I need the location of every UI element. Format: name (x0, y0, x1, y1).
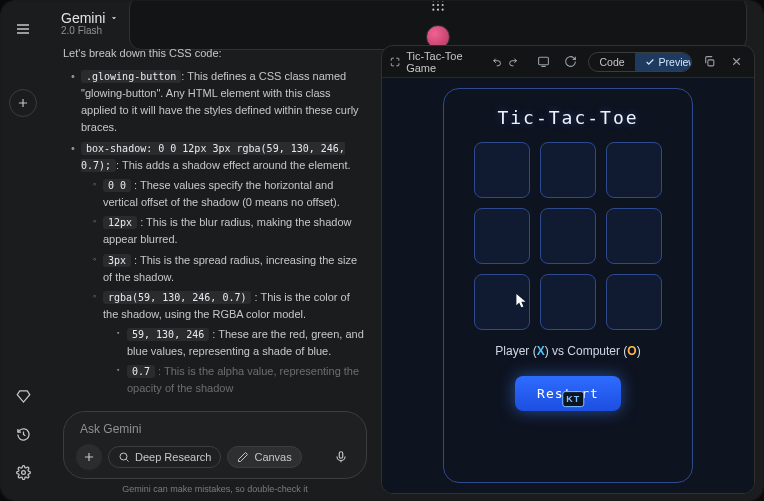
svg-point-0 (21, 470, 25, 474)
topbar: Gemini 2.0 Flash (45, 1, 763, 45)
board-cell[interactable] (606, 142, 662, 198)
board-cell[interactable] (540, 142, 596, 198)
mic-button[interactable] (328, 444, 354, 470)
list-item: 3px : This is the spread radius, increas… (93, 252, 367, 286)
list-item: 12px : This is the blur radius, making t… (93, 214, 367, 248)
check-icon (645, 57, 655, 67)
code-tab[interactable]: Code (589, 53, 634, 71)
chevron-down-icon (109, 13, 119, 23)
menu-icon[interactable] (9, 15, 37, 43)
board-cell[interactable] (540, 208, 596, 264)
board-cell[interactable] (540, 274, 596, 330)
list-item: 59, 130, 246 : These are the red, green,… (117, 326, 367, 360)
svg-point-5 (437, 4, 439, 6)
add-button[interactable] (76, 444, 102, 470)
copy-icon[interactable] (700, 51, 719, 73)
board-cell[interactable] (606, 208, 662, 264)
settings-icon[interactable] (9, 458, 37, 486)
board-cell[interactable] (606, 274, 662, 330)
svg-point-7 (432, 9, 434, 11)
svg-rect-11 (339, 452, 343, 458)
canvas-panel: Tic-Tac-Toe Game Code (381, 45, 755, 494)
svg-point-4 (432, 4, 434, 6)
collapse-icon[interactable] (390, 56, 400, 68)
redo-icon[interactable] (508, 56, 518, 68)
canvas-stage: Tic-Tac-Toe (382, 78, 754, 493)
svg-rect-13 (708, 60, 714, 66)
brand-selector[interactable]: Gemini (61, 10, 119, 26)
game-container: Tic-Tac-Toe (443, 88, 693, 483)
list-item: 0.7 : This is the alpha value, represent… (117, 363, 367, 397)
svg-point-6 (442, 4, 444, 6)
intro-text: Let's break down this CSS code: (63, 45, 367, 62)
input-bar: Ask Gemini Deep Research Canvas (63, 411, 367, 479)
game-board (474, 142, 662, 330)
share-icon[interactable] (534, 51, 553, 73)
canvas-toolbar: Tic-Tac-Toe Game Code (382, 46, 754, 78)
apps-icon[interactable] (430, 1, 446, 13)
board-cell[interactable] (474, 274, 530, 330)
list-item: rgba(59, 130, 246, 0.7) : This is the co… (93, 289, 367, 397)
response-content: Let's break down this CSS code: .glowing… (63, 45, 367, 405)
game-status: Player (X) vs Computer (O) (495, 344, 640, 358)
model-subtitle: 2.0 Flash (61, 25, 119, 36)
new-chat-button[interactable] (9, 89, 37, 117)
board-cell[interactable] (474, 208, 530, 264)
close-icon[interactable] (727, 51, 746, 73)
disclaimer: Gemini can make mistakes, so double-chec… (63, 484, 367, 494)
left-rail (1, 1, 45, 500)
prompt-input[interactable]: Ask Gemini (74, 420, 356, 442)
svg-point-9 (442, 9, 444, 11)
undo-icon[interactable] (492, 56, 502, 68)
brand-name: Gemini (61, 10, 105, 26)
pencil-icon (237, 451, 249, 463)
deep-research-chip[interactable]: Deep Research (108, 446, 221, 468)
canvas-title: Tic-Tac-Toe Game (406, 50, 482, 74)
svg-point-10 (120, 453, 127, 460)
list-item: 0 0 : These values specify the horizonta… (93, 177, 367, 211)
list-item: box-shadow: 0 0 12px 3px rgba(59, 130, 2… (71, 140, 367, 397)
board-cell[interactable] (474, 142, 530, 198)
svg-rect-12 (539, 57, 549, 65)
refresh-icon[interactable] (561, 51, 580, 73)
gem-icon[interactable] (9, 382, 37, 410)
restart-button[interactable]: Restart KT (515, 376, 621, 411)
list-item: .glowing-button: This defines a CSS clas… (71, 68, 367, 136)
history-icon[interactable] (9, 420, 37, 448)
telescope-icon (118, 451, 130, 463)
preview-tab[interactable]: Preview (635, 53, 692, 71)
view-toggle: Code Preview (588, 52, 691, 72)
canvas-chip[interactable]: Canvas (227, 446, 301, 468)
game-title: Tic-Tac-Toe (497, 107, 638, 128)
svg-point-8 (437, 9, 439, 11)
